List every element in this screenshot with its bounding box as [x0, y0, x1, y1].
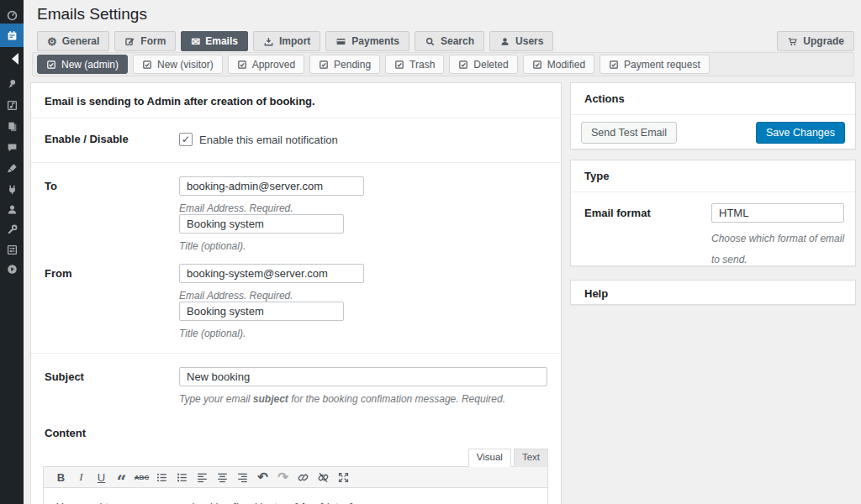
check-square-icon — [394, 60, 404, 70]
from-title-help: Title (optional). — [179, 328, 344, 339]
underline-icon[interactable]: U — [94, 470, 108, 485]
blockquote-icon[interactable]: “ — [114, 466, 129, 488]
editor-text-tab[interactable]: Text — [514, 449, 548, 467]
editor-line: You need to approve a new booking [booki… — [56, 500, 535, 504]
pages-icon[interactable] — [0, 116, 24, 136]
pin-icon[interactable] — [0, 74, 24, 94]
upgrade-button[interactable]: Upgrade — [777, 31, 854, 51]
subtab-payment-request[interactable]: Payment request — [600, 55, 710, 74]
subtab-modified[interactable]: Modified — [523, 55, 594, 74]
tab-search[interactable]: Search — [415, 31, 484, 51]
enable-checkbox-label: Enable this email notification — [199, 134, 338, 146]
from-title-input[interactable] — [179, 302, 344, 321]
editor-visual-tab[interactable]: Visual — [468, 449, 511, 467]
bold-icon[interactable]: B — [54, 470, 68, 485]
gear-icon: ⚙ — [47, 36, 57, 47]
envelope-icon: ✉ — [191, 36, 200, 47]
editor-toolbar: B I U “ ABC ↶ ↷ — [43, 466, 548, 488]
check-square-icon — [142, 60, 152, 70]
tab-import[interactable]: Import — [253, 31, 320, 51]
subtab-label: New (visitor) — [157, 59, 214, 71]
check-square-icon — [46, 60, 56, 70]
page-title: Emails Settings — [37, 5, 147, 24]
fullscreen-icon[interactable] — [336, 470, 351, 485]
from-email-input[interactable] — [179, 264, 364, 283]
subtab-new-visitor[interactable]: New (visitor) — [133, 55, 223, 74]
dashboard-icon[interactable] — [0, 5, 24, 25]
subject-input[interactable] — [179, 367, 547, 386]
subject-help: Type your email subject for the booking … — [179, 393, 547, 405]
email-settings-panel: Email is sending to Admin after creation… — [30, 82, 562, 504]
tab-form[interactable]: Form — [114, 31, 176, 51]
help-panel: Help — [570, 280, 856, 305]
users-icon[interactable] — [0, 199, 24, 219]
redo-icon[interactable]: ↷ — [276, 470, 290, 485]
plugins-icon[interactable] — [0, 179, 24, 199]
tab-general[interactable]: ⚙ General — [37, 31, 109, 51]
subtab-trash[interactable]: Trash — [385, 55, 444, 74]
comments-icon[interactable] — [0, 137, 24, 157]
settings-icon[interactable] — [0, 239, 24, 260]
type-panel: Type Email format Choose which format of… — [570, 160, 856, 266]
align-left-icon[interactable] — [195, 470, 209, 485]
check-square-icon — [237, 60, 247, 70]
cart-icon — [787, 36, 798, 47]
strikethrough-icon[interactable]: ABC — [135, 470, 149, 485]
italic-icon[interactable]: I — [74, 470, 88, 485]
editor-mode-tabs: Visual Text — [43, 449, 548, 466]
from-label: From — [45, 267, 72, 280]
enable-checkbox[interactable]: ✓ — [179, 133, 193, 146]
media-icon[interactable] — [0, 95, 24, 115]
to-email-help: Email Address. Required. — [179, 202, 364, 214]
check-square-icon — [319, 60, 329, 70]
main-tab-bar: ⚙ General Form ✉ Emails Import Payments … — [37, 31, 553, 51]
check-square-icon — [458, 60, 468, 70]
subtab-new-admin[interactable]: New (admin) — [37, 55, 128, 74]
numbered-list-icon[interactable] — [175, 470, 189, 485]
subtab-label: Approved — [252, 59, 295, 71]
tab-label: Import — [279, 35, 310, 47]
to-row: To Email Address. Required. Title (optio… — [31, 163, 561, 257]
video-icon[interactable] — [0, 259, 24, 279]
help-title: Help — [571, 281, 855, 307]
content-row: Content — [31, 410, 561, 449]
subtab-pending[interactable]: Pending — [309, 55, 380, 74]
bulleted-list-icon[interactable] — [155, 470, 169, 485]
tab-payments[interactable]: Payments — [325, 31, 409, 51]
tools-icon[interactable] — [0, 219, 24, 239]
save-changes-button[interactable]: Save Changes — [756, 122, 845, 144]
admin-sidebar — [0, 0, 24, 504]
subtab-label: Pending — [334, 59, 371, 71]
subtab-label: Payment request — [624, 59, 700, 71]
subtab-deleted[interactable]: Deleted — [449, 55, 517, 74]
import-icon — [263, 36, 274, 47]
align-right-icon[interactable] — [235, 470, 250, 485]
from-email-help: Email Address. Required. — [179, 290, 364, 302]
email-format-input[interactable] — [711, 203, 844, 223]
send-test-email-button[interactable]: Send Test Email — [581, 122, 677, 144]
tab-label: Payments — [351, 35, 399, 47]
undo-icon[interactable]: ↶ — [256, 470, 270, 485]
active-item-notch — [12, 53, 18, 65]
unlink-icon[interactable] — [316, 470, 330, 485]
check-icon: ✓ — [182, 134, 190, 144]
tab-emails[interactable]: ✉ Emails — [181, 31, 248, 51]
subject-label: Subject — [45, 370, 84, 383]
email-format-label: Email format — [584, 207, 651, 219]
to-email-input[interactable] — [179, 176, 364, 196]
calendar-icon[interactable] — [0, 24, 24, 47]
tab-label: Emails — [205, 35, 238, 47]
tab-label: General — [62, 35, 100, 47]
align-center-icon[interactable] — [215, 470, 230, 485]
subtab-label: Modified — [547, 59, 585, 71]
upgrade-label: Upgrade — [803, 35, 844, 47]
link-icon[interactable] — [296, 470, 310, 485]
subtab-approved[interactable]: Approved — [228, 55, 304, 74]
email-format-help: Choose which format of email to send. — [711, 228, 854, 270]
to-title-input[interactable] — [179, 214, 344, 234]
actions-panel: Actions Send Test Email Save Changes — [570, 82, 856, 150]
appearance-icon[interactable] — [0, 158, 24, 178]
tab-users[interactable]: Users — [489, 31, 553, 51]
credit-card-icon — [335, 36, 346, 47]
tab-label: Form — [140, 35, 166, 47]
